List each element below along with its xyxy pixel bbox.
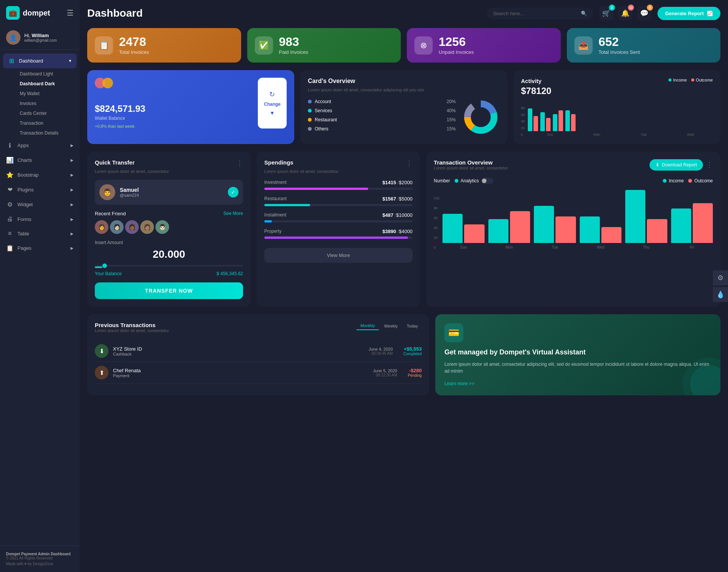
stat-number-3: 652 <box>599 36 640 48</box>
transaction-item-0: ⬇ XYZ Store ID Cashback June 4, 2020 05:… <box>95 340 422 362</box>
legend-pct-3: 15% <box>447 126 456 132</box>
submenu-transaction[interactable]: Transaction <box>14 118 80 128</box>
card-logo <box>95 78 252 88</box>
tab-weekly[interactable]: Weekly <box>380 322 402 330</box>
quick-transfer-menu[interactable]: ⋮ <box>236 159 243 168</box>
submenu-dashboard-dark[interactable]: Dashboard Dark <box>14 79 80 89</box>
activity-amount: $78120 <box>521 86 713 96</box>
wallet-inner: $824,571.93 Wallet Balance +0,8% than la… <box>95 78 287 129</box>
sidebar-item-forms[interactable]: 🖨 Forms ▶ <box>0 212 80 226</box>
friend-avatar-2[interactable]: 👩🏾 <box>125 220 139 234</box>
submenu-invoices[interactable]: Invoices <box>14 99 80 108</box>
download-report-button[interactable]: ⬇ Download Report <box>650 159 703 171</box>
transfer-now-button[interactable]: TRANSFER NOW <box>95 282 243 299</box>
hamburger-icon[interactable]: ☰ <box>67 8 74 17</box>
sidebar-item-table[interactable]: ≡ Table ▶ <box>0 226 80 241</box>
spending-item-0: Investment $1415 /$2000 <box>264 180 413 190</box>
va-icon: 💳 <box>444 323 463 342</box>
va-learn-more-link[interactable]: Learn more >> <box>444 381 474 386</box>
tx-icon-1: ⬆ <box>95 366 108 379</box>
side-theme-button[interactable]: 💧 <box>713 287 728 302</box>
cards-overview-title: Card's Overview <box>308 78 500 85</box>
sidebar-item-widget[interactable]: ⚙ Widget ▶ <box>0 197 80 212</box>
user-info: Hi, William william@gmail.com <box>24 33 57 42</box>
submenu-transaction-details[interactable]: Transaction Details <box>14 128 80 138</box>
message-button[interactable]: 💬 8 <box>637 6 651 20</box>
legend-item-1: Services 40% <box>308 108 456 113</box>
stat-card-paid-invoices: ✅ 983 Paid Invoices <box>247 28 401 63</box>
sidebar-item-pages[interactable]: 📋 Pages ▶ <box>0 241 80 255</box>
sidebar-item-dashboard[interactable]: ⊞ Dashboard ▼ <box>3 53 77 68</box>
bootstrap-icon: ⭐ <box>6 171 14 179</box>
card-circle-2 <box>102 78 113 88</box>
generate-report-label: Generate Report <box>665 11 704 16</box>
paid-icon: ✅ <box>255 36 273 55</box>
va-title: Get managed by Dompet's Virtual Assistan… <box>444 348 711 356</box>
cart-button[interactable]: 🛒 2 <box>599 6 613 20</box>
va-card: 💳 Get managed by Dompet's Virtual Assist… <box>435 314 720 395</box>
prev-transactions-title: Previous Transactions <box>95 322 169 328</box>
bbl-sun: Sun <box>442 245 484 249</box>
change-button[interactable]: ↻ Change ▼ <box>258 78 287 129</box>
user-name: William <box>32 33 49 38</box>
logo-text: dompet <box>23 9 50 17</box>
unpaid-icon: ⊗ <box>414 36 433 55</box>
amount-slider[interactable] <box>95 265 243 268</box>
spendings-menu[interactable]: ⋮ <box>406 159 413 168</box>
side-settings-button[interactable]: ⚙ <box>713 270 728 285</box>
friend-avatar-1[interactable]: 👩🏻 <box>110 220 124 234</box>
activity-bars <box>528 101 713 131</box>
transaction-overview-title: Transaction Overview <box>434 159 508 166</box>
bar-outcome-wed <box>571 114 576 131</box>
big-bar-outcome-thu <box>647 219 667 243</box>
friend-avatar-0[interactable]: 👩 <box>95 220 108 234</box>
bbl-thu: Thu <box>625 245 667 249</box>
spending-name-1: Restaurant <box>264 196 287 202</box>
bbl-mon: Mon <box>488 245 530 249</box>
cards-overview-subtitle: Lorem ipsum dolor sit amet, consectetur … <box>308 88 500 92</box>
search-input[interactable] <box>493 11 578 16</box>
view-more-button[interactable]: View More <box>264 248 413 263</box>
friend-avatar-4[interactable]: 👨🏻 <box>155 220 169 234</box>
sidebar-item-apps[interactable]: ℹ Apps ▶ <box>0 138 80 153</box>
legend-dot-2 <box>308 118 312 122</box>
friend-avatar-3[interactable]: 👩🏽 <box>140 220 154 234</box>
big-bar-chart-container: 100 80 60 40 20 0 <box>434 190 713 249</box>
submenu-my-wallet[interactable]: My Wallet <box>14 89 80 99</box>
filter-number: Number <box>434 178 450 183</box>
recent-friends-header: Recent Friend See More <box>95 211 243 216</box>
analytics-toggle[interactable] <box>481 178 493 184</box>
tab-monthly[interactable]: Monthly <box>356 322 379 330</box>
bar-income-wed <box>565 110 570 131</box>
sidebar-item-bootstrap[interactable]: ⭐ Bootstrap ▶ <box>0 168 80 182</box>
generate-report-button[interactable]: Generate Report 📈 <box>657 7 720 20</box>
sidebar-item-charts[interactable]: 📊 Charts ▶ <box>0 153 80 168</box>
header-icons: 🛒 2 🔔 12 💬 8 <box>599 6 651 20</box>
bar-label-sun: Sun <box>528 133 573 136</box>
message-badge: 8 <box>647 5 653 11</box>
sender-name: Samuel <box>120 187 139 193</box>
sidebar-item-plugins[interactable]: ❤ Plugins ▶ <box>0 182 80 197</box>
spending-bar-3 <box>264 237 413 239</box>
bell-button[interactable]: 🔔 12 <box>618 6 632 20</box>
donut-content: Account 20% Services 40% Restaurant 15% <box>308 98 500 136</box>
tab-today[interactable]: Today <box>403 322 422 330</box>
analytics-dot <box>455 179 458 183</box>
to-menu[interactable]: ⋮ <box>706 161 713 169</box>
to-filters: Number Analytics Income Outcome <box>434 178 713 184</box>
tx-date-0: June 4, 2020 05:34:45 AM <box>369 347 393 356</box>
big-bar-outcome-sun <box>464 224 484 243</box>
see-more-link[interactable]: See More <box>223 211 243 216</box>
legend-item-2: Restaurant 15% <box>308 117 456 122</box>
chart-bar-icon: 📈 <box>707 11 713 16</box>
sidebar-logo: 💼 dompet ☰ <box>0 0 80 26</box>
chevron-down-icon: ▼ <box>68 59 72 63</box>
change-btn-label: Change <box>264 102 281 107</box>
amount-section: Insert Amount 20.000 Your Balance $ 456,… <box>95 240 243 276</box>
income-filter-dot <box>663 179 667 183</box>
activity-section: Activity Income Outcome $78120 80 60 <box>513 70 720 144</box>
big-bar-income-sun <box>442 214 463 243</box>
submenu-cards-center[interactable]: Cards Center <box>14 108 80 118</box>
footer-copy: © 2021 All Rights Reserved <box>6 556 74 560</box>
submenu-dashboard-light[interactable]: Dashboard Light <box>14 69 80 79</box>
